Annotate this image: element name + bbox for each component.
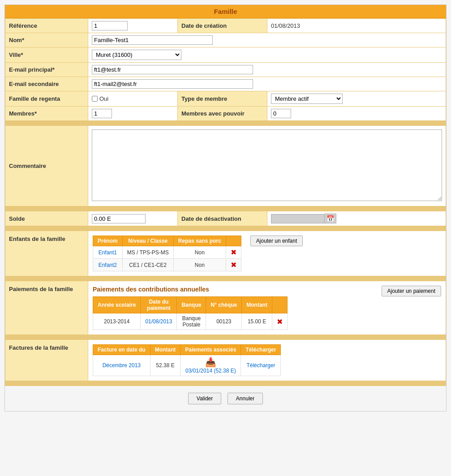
famille-regenta-label: Famille de regenta (5, 91, 88, 107)
enfants-col-niveau: Niveau / Classe (122, 236, 173, 246)
solde-label: Solde (5, 211, 88, 226)
paiements-col-cheque: N° chèque (206, 297, 242, 313)
paiements-col-annee: Année scolaire (93, 297, 141, 313)
table-row: Décembre 2013 52.38 E 📥 03/01/2014 (52.3… (93, 355, 281, 376)
enfant2-repas: Non (173, 259, 226, 271)
date-creation-value: 01/08/2013 (271, 22, 300, 29)
paiements-section-label: Paiements de la famille (5, 281, 88, 335)
facture-montant: 52.38 E (150, 355, 180, 376)
paiement-delete-icon[interactable]: ✖ (277, 318, 283, 326)
paiement-banque: BanquePostale (177, 313, 206, 330)
ajouter-paiement-button[interactable]: Ajouter un paiement (382, 286, 441, 296)
membres-label: Membres* (5, 107, 88, 121)
enfant1-repas: Non (173, 246, 226, 259)
membres-pouvoir-label: Membres avec pouvoir (178, 107, 267, 121)
table-row: Enfant1 MS / TPS-PS-MS Non ✖ (93, 246, 241, 259)
factures-col-montant: Montant (150, 345, 180, 355)
paiement-montant: 15.00 E (242, 313, 272, 330)
factures-col-date: Facture en date du (93, 345, 150, 355)
enfant1-niveau: MS / TPS-PS-MS (122, 246, 173, 259)
table-row: 2013-2014 01/08/2013 BanquePostale 00123… (93, 313, 288, 330)
type-membre-select[interactable]: Membre actif (271, 94, 343, 104)
factures-section-label: Factures de la famille (5, 340, 88, 381)
date-desactivation-label: Date de désactivation (178, 211, 267, 226)
membres-input[interactable] (92, 109, 112, 118)
paiements-col-montant: Montant (242, 297, 272, 313)
paiement-date-link[interactable]: 01/08/2013 (145, 318, 172, 325)
bottom-buttons-area: Valider Annuler (5, 386, 446, 411)
enfant1-link[interactable]: Enfant1 (99, 249, 117, 256)
factures-col-telecharger: Télécharger (241, 345, 281, 355)
ville-label: Ville* (5, 47, 88, 63)
nom-label: Nom* (5, 33, 88, 47)
paiement-cheque: 00123 (206, 313, 242, 330)
nom-input[interactable] (92, 35, 213, 45)
membres-pouvoir-input[interactable] (271, 109, 291, 118)
type-membre-label: Type de membre (178, 91, 267, 107)
paiements-col-action (272, 297, 287, 313)
oui-label: Oui (99, 95, 108, 102)
email-principal-input[interactable] (92, 65, 253, 74)
email-principal-label: E-mail principal* (5, 63, 88, 77)
paiements-table: Année scolaire Date dupaiement Banque N°… (93, 296, 288, 330)
ajouter-enfant-button[interactable]: Ajouter un enfant (250, 236, 303, 246)
paiements-col-date: Date dupaiement (141, 297, 177, 313)
email-secondaire-input[interactable] (92, 79, 253, 89)
valider-button[interactable]: Valider (188, 393, 221, 404)
date-creation-label: Date de création (178, 19, 267, 33)
enfants-col-action (226, 236, 241, 246)
reference-label: Référence (5, 19, 88, 33)
enfants-section-label: Enfants de la famille (5, 231, 88, 276)
commentaire-textarea[interactable] (92, 129, 442, 201)
enfants-col-repas: Repas sans porc (173, 236, 226, 246)
solde-input[interactable] (92, 214, 146, 223)
commentaire-label: Commentaire (5, 126, 88, 206)
calendar-icon[interactable]: 📅 (325, 214, 336, 223)
table-row: Enfant2 CE1 / CE1-CE2 Non ✖ (93, 259, 241, 271)
page-title: Famille (5, 5, 446, 18)
reference-input[interactable] (92, 21, 128, 30)
paiement-download-icon: 📥 (205, 357, 216, 368)
enfants-col-prenom: Prénom (93, 236, 123, 246)
enfant2-niveau: CE1 / CE1-CE2 (122, 259, 173, 271)
enfant1-delete-icon[interactable]: ✖ (231, 249, 236, 256)
oui-checkbox-label: Oui (92, 95, 174, 102)
enfant2-delete-icon[interactable]: ✖ (231, 261, 236, 269)
date-desactivation-input[interactable] (271, 214, 325, 223)
factures-col-paiements: Paiements associés (180, 345, 241, 355)
paiement-annee: 2013-2014 (93, 313, 141, 330)
ville-select[interactable]: Muret (31600) (92, 50, 181, 60)
paiements-title: Paiements des contributions annuelles (93, 286, 373, 293)
paiement-assoc-link[interactable]: 03/01/2014 (52.38 E) (185, 368, 236, 374)
enfant2-link[interactable]: Enfant2 (99, 262, 117, 268)
annuler-button[interactable]: Annuler (228, 393, 263, 404)
oui-checkbox[interactable] (92, 96, 98, 102)
telecharger-link[interactable]: Télécharger (246, 362, 275, 369)
paiements-col-banque: Banque (177, 297, 206, 313)
factures-table: Facture en date du Montant Paiements ass… (93, 344, 281, 376)
email-secondaire-label: E-mail secondaire (5, 77, 88, 91)
facture-date-link[interactable]: Décembre 2013 (103, 362, 141, 369)
enfants-table: Prénom Niveau / Classe Repas sans porc E… (93, 236, 241, 271)
